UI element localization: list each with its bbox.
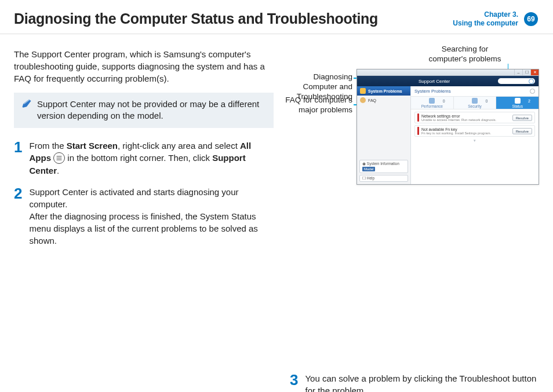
step-3: 3 You can solve a problem by clicking th… xyxy=(290,372,539,392)
chapter-line1: Chapter 3. xyxy=(453,10,518,19)
main-panel: System Problems 0 Performance 0 xyxy=(411,86,539,184)
step-1: 1 From the Start Screen, right-click any… xyxy=(14,140,274,177)
step-number: 1 xyxy=(14,140,22,177)
minimize-button[interactable]: – xyxy=(514,69,522,75)
all-apps-icon xyxy=(53,152,65,164)
problem-list: Network settings error Unable to access … xyxy=(411,109,539,145)
step-2: 2 Support Center is activated and starts… xyxy=(14,186,274,247)
sidebar-item-system-problems[interactable]: System Problems xyxy=(357,86,410,96)
maximize-button[interactable]: ☐ xyxy=(522,69,530,75)
step-2-text: Support Center is activated and starts d… xyxy=(29,186,274,247)
chapter-line2: Using the computer xyxy=(453,19,518,28)
gear-icon[interactable] xyxy=(530,89,535,94)
page-number-badge: 69 xyxy=(524,12,538,26)
intro-paragraph: The Support Center program, which is Sam… xyxy=(14,48,274,85)
problem-row: Not available Fn key Fn key is not worki… xyxy=(414,125,535,137)
window-controls: – ☐ ✕ xyxy=(357,69,539,76)
category-tabs: 0 Performance 0 Security 2 xyxy=(411,97,539,109)
note-icon xyxy=(21,98,32,110)
problem-title: Network settings error xyxy=(421,114,512,118)
severity-bar-icon xyxy=(417,113,419,122)
step-number: 3 xyxy=(290,372,298,392)
app-title: Support Center xyxy=(419,79,450,84)
titlebar: Support Center xyxy=(357,76,539,86)
problem-title: Not available Fn key xyxy=(421,127,512,131)
shield-icon xyxy=(472,98,478,104)
resolve-button[interactable]: Resolve xyxy=(512,128,532,134)
monitor-icon xyxy=(515,98,521,104)
tab-performance[interactable]: 0 Performance xyxy=(411,97,454,109)
chapter-text: Chapter 3. Using the computer xyxy=(453,10,518,28)
step-3-text: You can solve a problem by clicking the … xyxy=(305,372,539,392)
support-center-window: – ☐ ✕ Support Center System Problems xyxy=(356,69,539,185)
step-1-text: From the Start Screen, right-click any a… xyxy=(29,140,274,177)
problem-subtitle: Fn key is not working. Install Settings … xyxy=(421,131,512,135)
tab-security[interactable]: 0 Security xyxy=(454,97,497,109)
expand-arrow-icon[interactable]: ▾ xyxy=(414,138,535,143)
main-heading: System Problems xyxy=(414,89,451,94)
chapter-block: Chapter 3. Using the computer 69 xyxy=(453,10,538,28)
resolve-button[interactable]: Resolve xyxy=(512,115,532,121)
callout-faq: FAQ for computer's major problems xyxy=(281,96,352,115)
page-header: Diagnosing the Computer Status and Troub… xyxy=(0,0,553,34)
step-number: 2 xyxy=(14,186,22,247)
sidebar: System Problems FAQ ◉ System Information… xyxy=(357,86,411,184)
faq-icon xyxy=(360,97,366,103)
severity-bar-icon xyxy=(417,127,419,135)
help-button[interactable]: ☐ Help xyxy=(359,175,408,182)
callout-search: Searching for computer's problems xyxy=(424,45,505,64)
tab-status[interactable]: 2 Status xyxy=(496,97,539,109)
problem-row: Network settings error Unable to access … xyxy=(414,112,535,123)
search-input[interactable] xyxy=(498,78,535,84)
screenshot-annotations: Searching for computer's problems Diagno… xyxy=(290,48,539,193)
close-button[interactable]: ✕ xyxy=(530,69,539,75)
note-box: Support Center may not be provided or ma… xyxy=(14,93,274,128)
warning-icon xyxy=(360,88,366,94)
sidebar-item-faq[interactable]: FAQ xyxy=(357,96,410,105)
note-text: Support Center may not be provided or ma… xyxy=(37,98,267,122)
problem-subtitle: Unable to access Internet. Run network d… xyxy=(421,118,512,122)
model-label: Model xyxy=(362,167,375,171)
system-information-panel[interactable]: ◉ System Information Model xyxy=(359,160,408,173)
gauge-icon xyxy=(429,98,435,104)
page-title: Diagnosing the Computer Status and Troub… xyxy=(14,10,378,27)
